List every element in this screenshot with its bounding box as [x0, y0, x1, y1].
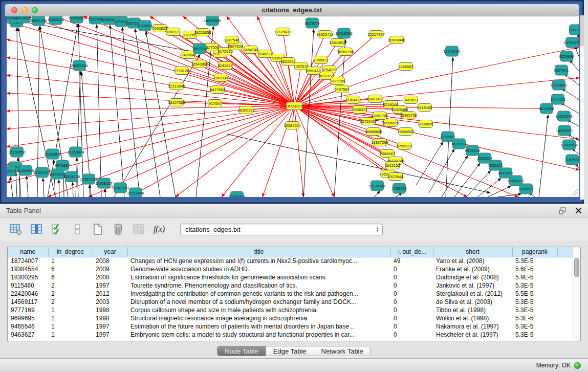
table-row[interactable]: 911546021997Tourette syndrome. Phenomeno… [8, 281, 574, 290]
table-row[interactable]: 1830029562008Estimation of significance … [8, 273, 574, 281]
table-cell[interactable]: 2003 [93, 298, 127, 306]
select-column-button[interactable] [30, 223, 43, 236]
table-selector-combobox[interactable]: citations_edges.txt ▲▼ [180, 224, 383, 235]
table-cell[interactable]: 5.3E-5 [512, 298, 557, 306]
column-header-name[interactable]: name [8, 247, 48, 257]
citation-edge[interactable] [466, 170, 491, 197]
table-cell[interactable]: Jankovic et al. (1997) [433, 281, 512, 290]
table-cell[interactable]: 1997 [93, 322, 127, 331]
table-cell[interactable]: Wolkin et al. (1998) [433, 314, 512, 322]
table-cell[interactable]: Tibbo et al. (1998) [433, 306, 512, 314]
table-row[interactable]: 977716911998Corpus callosum shape and si… [8, 306, 574, 314]
table-cell[interactable]: 9115460 [8, 281, 48, 290]
table-cell[interactable]: 0 [390, 314, 433, 322]
citation-edge[interactable] [135, 29, 160, 197]
table-cell[interactable]: Estimation of significance thresholds fo… [127, 273, 390, 281]
table-cell[interactable]: 9699695 [8, 314, 48, 322]
citation-edge-red[interactable] [176, 106, 294, 197]
table-cell[interactable]: 0 [390, 290, 433, 298]
citation-edge[interactable] [374, 191, 380, 197]
citation-graph[interactable]: 8860123891295518226058982750881863281654… [7, 16, 579, 197]
table-cell[interactable]: 1 [48, 331, 93, 339]
table-cell[interactable]: 2008 [93, 257, 127, 265]
table-cell[interactable]: 9463627 [8, 331, 48, 339]
column-settings-button[interactable] [9, 223, 23, 236]
table-cell[interactable]: Changes of HCN gene expression and I(f) … [127, 257, 390, 265]
tab-node-table[interactable]: Node Table [217, 346, 266, 356]
table-cell[interactable]: 19384554 [8, 265, 48, 273]
table-cell[interactable]: 6 [48, 273, 93, 281]
citation-edge-red[interactable] [7, 93, 294, 106]
table-row[interactable]: 946362711997Embryonic stem cells: a mode… [8, 331, 574, 339]
table-cell[interactable]: 5.9E-5 [512, 273, 557, 281]
citation-edge-red[interactable] [294, 106, 579, 139]
citation-edge[interactable] [10, 177, 13, 197]
table-cell[interactable]: 2 [48, 298, 93, 306]
network-canvas[interactable]: 8860123891295518226058982750881863281654… [7, 16, 579, 197]
table-row[interactable]: 946554611997Estimation of the future num… [8, 322, 574, 331]
table-cell[interactable]: 5.3E-5 [512, 331, 557, 339]
resize-grip-icon[interactable] [570, 188, 578, 196]
new-column-button[interactable] [91, 223, 104, 236]
table-cell[interactable]: Franke et al. (2009) [433, 265, 512, 273]
citation-edge-red[interactable] [283, 32, 294, 106]
close-panel-icon[interactable] [575, 207, 582, 214]
table-cell[interactable]: Structural magnetic resonance image aver… [127, 314, 390, 322]
table-row[interactable]: 1938455462009Genome-wide association stu… [8, 265, 574, 273]
table-cell[interactable]: Disruption of a novel member of a sodium… [127, 298, 390, 306]
column-header-title[interactable]: title [127, 247, 390, 257]
table-cell[interactable]: Genome-wide association studies in ADHD. [127, 265, 390, 273]
column-header-pagerank[interactable]: pagerank [512, 247, 557, 257]
citation-edge[interactable] [442, 156, 468, 197]
table-cell[interactable]: 49 [390, 257, 433, 265]
column-header-short[interactable]: short [433, 247, 512, 257]
citation-edge-red[interactable] [294, 106, 303, 197]
table-cell[interactable]: Hescheler et al. (1997) [433, 331, 512, 339]
citation-edge-red[interactable] [83, 16, 294, 106]
table-cell[interactable]: Corpus callosum shape and size in male p… [127, 306, 390, 314]
delete-table-button-disabled[interactable] [132, 223, 145, 236]
table-cell[interactable]: 5.3E-5 [512, 281, 557, 290]
table-cell[interactable]: 1 [48, 257, 93, 265]
table-cell[interactable]: 0 [390, 298, 433, 306]
table-cell[interactable]: 18300295 [8, 273, 48, 281]
table-cell[interactable]: 2008 [93, 273, 127, 281]
table-cell[interactable]: 1998 [93, 314, 127, 322]
table-cell[interactable]: 5.3E-5 [512, 257, 557, 265]
table-cell[interactable]: Embryonic stem cells: a model to study s… [127, 331, 390, 339]
citation-edge-red[interactable] [129, 106, 294, 197]
table-cell[interactable]: 1 [48, 322, 93, 331]
citation-edge[interactable] [59, 180, 59, 197]
table-cell[interactable]: de Silva et al. (2003) [433, 298, 512, 306]
table-cell[interactable]: 1998 [93, 306, 127, 314]
table-cell[interactable]: Tourette syndrome. Phenomenology and cla… [127, 281, 390, 290]
table-cell[interactable]: 0 [390, 322, 433, 331]
citation-edge[interactable] [539, 115, 548, 197]
citation-edge[interactable] [90, 185, 90, 197]
table-row[interactable]: 1456911722003Disruption of a novel membe… [8, 298, 574, 306]
table-cell[interactable]: 0 [390, 331, 433, 339]
tab-edge-table[interactable]: Edge Table [266, 346, 314, 356]
table-cell[interactable]: 18724007 [8, 257, 48, 265]
column-header-out_de[interactable]: △out_de... [390, 247, 433, 257]
citation-edge[interactable] [43, 178, 44, 197]
table-cell[interactable]: Estimation of the future numbers of pati… [127, 322, 390, 331]
table-cell[interactable]: 0 [390, 281, 433, 290]
table-cell[interactable]: 9777169 [8, 306, 48, 314]
citation-edge[interactable] [16, 172, 17, 197]
table-cell[interactable]: 5.6E-5 [512, 265, 557, 273]
citation-edge-red[interactable] [7, 21, 294, 106]
table-cell[interactable]: 5.3E-5 [512, 322, 557, 331]
table-cell[interactable]: 14569117 [8, 298, 48, 306]
table-cell[interactable]: 1997 [93, 281, 127, 290]
citation-edge[interactable] [105, 189, 105, 197]
table-cell[interactable]: 5.5E-5 [512, 290, 557, 298]
citation-edge[interactable] [27, 176, 28, 197]
citation-edge[interactable] [227, 134, 490, 193]
citation-edge-red[interactable] [263, 106, 294, 197]
select-all-checkbox-button[interactable] [50, 223, 63, 236]
citation-edge[interactable] [97, 25, 101, 197]
column-header-in_degree[interactable]: in_degree [48, 247, 93, 257]
citation-edge[interactable] [488, 186, 511, 197]
citation-edge[interactable] [446, 57, 453, 197]
